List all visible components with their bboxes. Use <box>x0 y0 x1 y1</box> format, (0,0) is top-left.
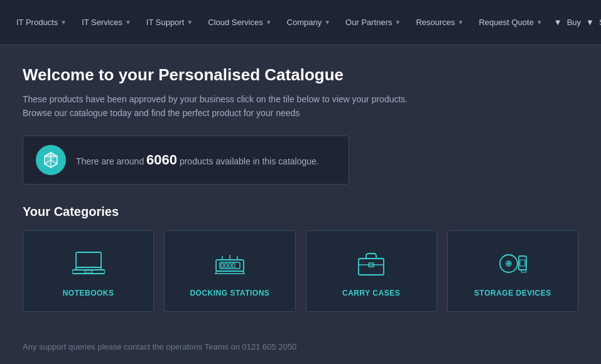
nav-our-partners[interactable]: Our Partners ▼ <box>339 13 407 32</box>
nav-request-quote[interactable]: Request Quote ▼ <box>472 13 548 32</box>
carry-case-icon <box>354 249 389 279</box>
notebook-icon <box>71 249 106 279</box>
nav-sell-arrow: ▼ <box>586 18 594 27</box>
footer: Any support queries please contact the o… <box>0 327 601 364</box>
product-count-banner: There are around 6060 products available… <box>23 136 349 185</box>
nav-buy-arrow: ▼ <box>554 18 562 27</box>
footer-text: Any support queries please contact the o… <box>23 342 296 351</box>
nav-buy-sell: ▼ Buy ▼ Sell <box>554 18 601 27</box>
svg-rect-17 <box>232 264 235 267</box>
categories-grid: NOTEBOOKS DOCK <box>23 230 578 312</box>
category-card-docking-stations[interactable]: DOCKING STATIONS <box>164 230 295 312</box>
svg-point-29 <box>508 262 510 264</box>
category-card-notebooks[interactable]: NOTEBOOKS <box>23 230 154 312</box>
product-count-text: There are around 6060 products available… <box>76 152 319 168</box>
category-card-storage-devices[interactable]: STORAGE DEVICES <box>447 230 578 312</box>
page-title: Welcome to your Personalised Catalogue <box>23 65 578 85</box>
nav-it-products-arrow: ▼ <box>60 19 67 26</box>
nav-it-support-arrow: ▼ <box>187 19 193 26</box>
svg-rect-11 <box>85 270 92 273</box>
nav-cloud-services[interactable]: Cloud Services ▼ <box>202 13 278 32</box>
product-count-number: 6060 <box>146 152 177 168</box>
category-card-carry-cases[interactable]: CARRY CASES <box>306 230 437 312</box>
docking-station-icon <box>212 249 247 279</box>
category-label-carry-cases: CARRY CASES <box>342 289 400 297</box>
storage-device-icon <box>495 249 530 279</box>
svg-rect-16 <box>229 264 231 267</box>
navigation: IT Products ▼ IT Services ▼ IT Support ▼… <box>0 0 601 45</box>
nav-buy-button[interactable]: Buy <box>567 18 581 27</box>
nav-cloud-services-arrow: ▼ <box>266 19 272 26</box>
category-label-docking-stations: DOCKING STATIONS <box>190 289 269 297</box>
category-label-storage-devices: STORAGE DEVICES <box>474 289 551 297</box>
nav-resources[interactable]: Resources ▼ <box>409 13 470 32</box>
nav-it-products[interactable]: IT Products ▼ <box>10 13 73 32</box>
svg-rect-15 <box>225 264 227 267</box>
cube-svg <box>42 151 60 169</box>
nav-request-quote-arrow: ▼ <box>536 19 543 26</box>
category-label-notebooks: NOTEBOOKS <box>63 289 114 297</box>
cube-icon <box>36 145 66 175</box>
svg-rect-31 <box>520 260 525 266</box>
hero-description: These products have been approved by you… <box>23 92 578 120</box>
nav-it-support[interactable]: IT Support ▼ <box>140 13 199 32</box>
nav-company-arrow: ▼ <box>324 19 330 26</box>
nav-it-services-arrow: ▼ <box>125 19 131 26</box>
nav-company[interactable]: Company ▼ <box>281 13 337 32</box>
svg-rect-14 <box>221 264 224 267</box>
categories-title: Your Categories <box>23 205 578 219</box>
main-content: Welcome to your Personalised Catalogue T… <box>0 45 601 327</box>
nav-resources-arrow: ▼ <box>458 19 464 26</box>
nav-our-partners-arrow: ▼ <box>395 19 401 26</box>
nav-it-services[interactable]: IT Services ▼ <box>75 13 138 32</box>
